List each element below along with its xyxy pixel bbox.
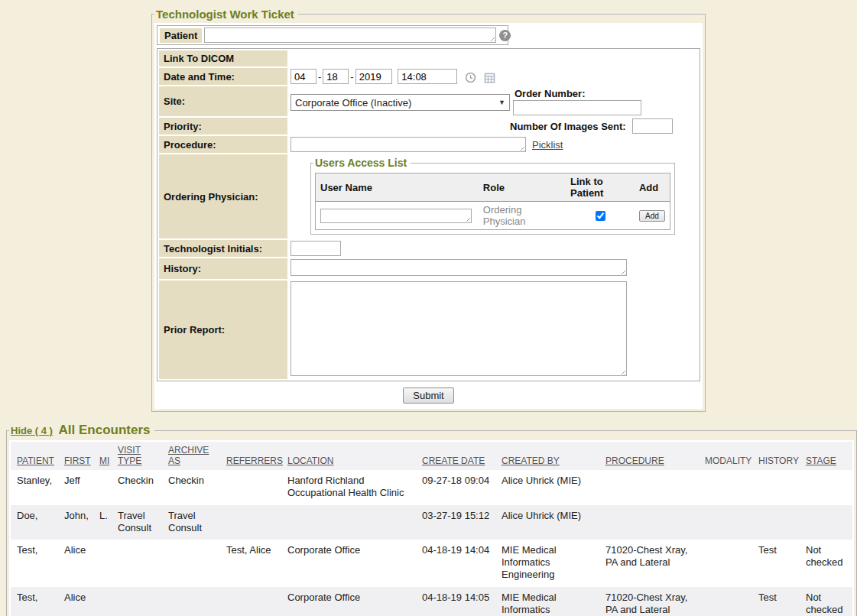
procedure-label: Procedure:	[159, 136, 287, 153]
site-selected-option: Corporate Office (Inactive)	[295, 97, 411, 109]
table-row: Stanley,JeffCheckinCheckinHanford Richla…	[11, 470, 852, 505]
user-name-input[interactable]	[320, 209, 472, 223]
submit-button[interactable]: Submit	[403, 387, 453, 404]
table-cell: Alice	[58, 540, 93, 587]
users-access-list-table: User Name Role Link to Patient Add	[316, 173, 670, 229]
table-cell	[599, 505, 699, 540]
technologist-initials-value	[289, 240, 698, 257]
time-input[interactable]	[398, 69, 457, 84]
hide-link[interactable]: Hide ( 4 )	[11, 425, 53, 436]
table-cell: 71020-Chest Xray, PA and Lateral	[599, 540, 699, 587]
link-to-patient-checkbox[interactable]	[596, 211, 605, 221]
order-number-input[interactable]	[513, 100, 641, 115]
table-cell: 04-18-19 14:04	[416, 540, 495, 587]
site-value: Corporate Office (Inactive) ▼ Order Numb…	[291, 87, 696, 115]
table-cell: Travel Consult	[162, 505, 220, 540]
column-header-procedure[interactable]: PROCEDURE	[599, 442, 699, 470]
table-cell	[281, 505, 416, 540]
clock-icon[interactable]	[465, 72, 476, 83]
users-access-list-title: Users Access List	[313, 157, 411, 169]
encounters-table: PATIENTFIRSTMIVISIT TYPEARCHIVE ASREFERR…	[11, 442, 852, 616]
procedure-input[interactable]	[291, 137, 526, 152]
table-cell: Test,	[11, 587, 58, 616]
encounters-body: PATIENTFIRSTMIVISIT TYPEARCHIVE ASREFERR…	[9, 440, 854, 616]
patient-input[interactable]	[204, 28, 496, 43]
procedure-row: Procedure: Picklist	[159, 136, 698, 153]
column-header-first[interactable]: FIRST	[58, 442, 93, 470]
table-cell: Travel Consult	[112, 505, 162, 540]
technologist-work-ticket-panel: Technologist Work Ticket Patient ? Link …	[151, 8, 706, 412]
table-cell: Checkin	[162, 470, 220, 505]
table-cell: Hanford Richland Occupational Health Cli…	[281, 470, 416, 505]
users-entry-row: Ordering Physician Add	[316, 202, 670, 230]
technologist-initials-row: Technologist Initials:	[159, 240, 698, 257]
table-cell	[699, 470, 752, 505]
patient-row: Patient ?	[157, 25, 508, 45]
users-header-row: User Name Role Link to Patient Add	[316, 173, 670, 202]
day-input[interactable]	[323, 69, 349, 84]
column-header-role: Role	[479, 173, 566, 202]
month-input[interactable]	[291, 69, 317, 84]
column-header-referrers[interactable]: REFERRERS	[220, 442, 281, 470]
site-label: Site:	[159, 86, 287, 116]
table-cell	[93, 587, 112, 616]
table-cell	[599, 470, 699, 505]
table-cell	[752, 505, 800, 540]
table-cell	[220, 470, 281, 505]
column-header-visit-type[interactable]: VISIT TYPE	[112, 442, 162, 470]
prior-report-row: Prior Report:	[159, 280, 698, 379]
date-separator: -	[318, 71, 321, 83]
table-cell: Corporate Office	[281, 587, 416, 616]
technologist-initials-input[interactable]	[291, 241, 341, 256]
priority-label: Priority:	[159, 118, 287, 135]
column-header-add: Add	[635, 173, 670, 202]
table-cell: 03-27-19 15:12	[416, 505, 495, 540]
help-icon[interactable]: ?	[499, 30, 511, 41]
work-ticket-body: Patient ? Link To DICOM Date and Time: -…	[154, 23, 703, 409]
technologist-initials-label: Technologist Initials:	[159, 240, 287, 257]
all-encounters-title: All Encounters	[59, 423, 151, 437]
prior-report-value	[289, 280, 698, 379]
link-to-dicom-row: Link To DICOM	[159, 50, 698, 66]
ordering-physician-value: Users Access List User Name Role Link to…	[289, 154, 698, 238]
site-select[interactable]: Corporate Office (Inactive) ▼	[291, 94, 510, 111]
column-header-archive-as[interactable]: ARCHIVE AS	[162, 442, 220, 470]
table-cell: MIE Medical Informatics Engineering	[495, 540, 599, 587]
table-row: Test,AliceCorporate Office04-18-19 14:05…	[11, 587, 852, 616]
prior-report-textarea[interactable]	[291, 281, 627, 376]
table-cell: Alice Uhrick (MIE)	[495, 505, 599, 540]
ordering-physician-row: Ordering Physician: Users Access List Us…	[159, 154, 698, 238]
encounters-rows: Stanley,JeffCheckinCheckinHanford Richla…	[11, 470, 852, 616]
table-cell: 09-27-18 09:04	[416, 470, 495, 505]
table-cell: Test	[752, 540, 800, 587]
table-row: Doe,John,L.Travel ConsultTravel Consult0…	[11, 505, 852, 540]
table-cell: Stanley,	[11, 470, 58, 505]
all-encounters-legend: Hide ( 4 ) All Encounters	[9, 423, 154, 438]
page: Technologist Work Ticket Patient ? Link …	[0, 0, 857, 616]
column-header-stage[interactable]: STAGE	[800, 442, 852, 470]
column-header-patient[interactable]: PATIENT	[11, 442, 58, 470]
history-label: History:	[159, 258, 287, 279]
link-to-dicom-label: Link To DICOM	[159, 50, 287, 66]
table-cell: Alice Uhrick (MIE)	[495, 470, 599, 505]
table-cell	[699, 540, 752, 587]
table-cell: Alice	[58, 587, 93, 616]
order-number-label: Order Number:	[513, 87, 641, 100]
column-header-mi[interactable]: MI	[93, 442, 112, 470]
work-ticket-form-table: Link To DICOM Date and Time: --	[157, 48, 700, 381]
add-user-button[interactable]: Add	[639, 210, 665, 222]
table-cell	[162, 540, 220, 587]
number-of-images-sent-label: Number Of Images Sent:	[510, 121, 626, 132]
calendar-icon[interactable]	[484, 72, 495, 83]
column-header-create-date[interactable]: CREATE DATE	[416, 442, 495, 470]
column-header-location[interactable]: LOCATION	[281, 442, 416, 470]
panel-title: Technologist Work Ticket	[154, 8, 298, 21]
number-of-images-sent-input[interactable]	[632, 118, 673, 134]
table-cell: Jeff	[58, 470, 93, 505]
date-time-row: Date and Time: --	[159, 68, 698, 85]
history-textarea[interactable]	[291, 259, 627, 276]
picklist-link[interactable]: Picklist	[532, 139, 563, 151]
table-cell	[800, 505, 852, 540]
year-input[interactable]	[355, 69, 392, 84]
column-header-created-by[interactable]: CREATED BY	[495, 442, 599, 470]
